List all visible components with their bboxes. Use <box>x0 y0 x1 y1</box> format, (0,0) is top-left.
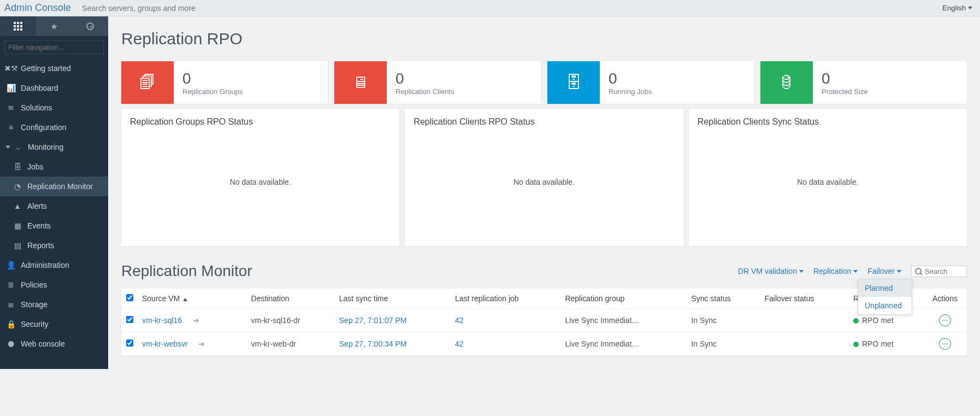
gauge-icon: ◔ <box>13 182 22 191</box>
db-shield-icon: 🛢 <box>760 61 813 104</box>
dr-vm-validation-link[interactable]: DR VM validation <box>738 267 804 276</box>
failover-option-planned[interactable]: Planned <box>858 279 912 297</box>
row-actions-button[interactable]: ⋯ <box>939 314 951 326</box>
status-dot-icon <box>853 342 859 347</box>
star-icon: ★ <box>50 21 58 32</box>
brand-title: Admin Console <box>0 1 76 15</box>
col-last-replication-job[interactable]: Last replication job <box>451 289 560 309</box>
nav-filter-input[interactable] <box>4 40 104 54</box>
calendar-icon: ▦ <box>13 221 22 230</box>
global-search[interactable] <box>76 2 935 15</box>
row-actions-button[interactable]: ⋯ <box>939 338 951 350</box>
sidebar-item-getting-started[interactable]: ✖⚒Getting started <box>0 58 108 78</box>
page-title: Replication RPO <box>121 30 967 48</box>
stat-card-protected-size[interactable]: 🛢0Protected Size <box>760 61 967 104</box>
status-dot-icon <box>853 318 859 324</box>
replication-link[interactable]: Replication <box>813 267 858 276</box>
col-last-sync-time[interactable]: Last sync time <box>335 289 451 309</box>
select-all-header[interactable] <box>121 289 138 309</box>
col-actions[interactable]: Actions <box>923 289 967 309</box>
sidebar-item-storage[interactable]: ≣Storage <box>0 295 108 314</box>
language-selector[interactable]: English <box>935 4 980 12</box>
sidebar-item-label: Storage <box>21 300 48 309</box>
panel-title: Replication Clients Sync Status <box>698 117 958 127</box>
sidebar-item-replication-monitor[interactable]: ◔Replication Monitor <box>0 177 108 196</box>
stat-card-running-jobs[interactable]: 🗄0Running Jobs <box>547 61 754 104</box>
failover-option-unplanned[interactable]: Unplanned <box>858 297 912 314</box>
dr-vm-label: DR VM validation <box>738 267 797 276</box>
col-failover-status[interactable]: Failover status <box>760 289 849 309</box>
language-label: English <box>942 4 966 12</box>
select-all-checkbox[interactable] <box>126 294 133 301</box>
monitor-search-input[interactable] <box>925 267 963 276</box>
grid-icon <box>14 22 22 31</box>
monitor-search[interactable] <box>911 266 967 277</box>
sidebar-item-events[interactable]: ▦Events <box>0 216 108 236</box>
caret-down-icon <box>968 7 972 9</box>
sidebar-item-reports[interactable]: ▤Reports <box>0 236 108 255</box>
sidebar-item-jobs[interactable]: 🗄Jobs <box>0 157 108 177</box>
sidebar-item-security[interactable]: 🔒Security <box>0 314 108 334</box>
last-sync-link[interactable]: Sep 27, 7:01:07 PM <box>339 316 407 325</box>
source-vm-link[interactable]: vm-kr-sql16 <box>142 316 182 325</box>
nav-filter[interactable] <box>0 36 108 58</box>
sidebar-item-label: Configuration <box>21 123 66 132</box>
col-replication-group[interactable]: Replication group <box>560 289 687 309</box>
sidebar-item-monitoring[interactable]: ⌵Monitoring <box>0 137 108 157</box>
chevron-down-icon <box>6 146 10 149</box>
panel-body: No data available. <box>698 131 958 233</box>
admin-icon: 👤 <box>7 261 15 269</box>
sidebar-item-alerts[interactable]: ▲Alerts <box>0 196 108 216</box>
row-checkbox[interactable] <box>126 339 133 347</box>
replication-group-cell: Live Sync Immediat… <box>560 309 687 332</box>
sliders-icon: ≡ <box>7 123 15 132</box>
stat-value: 0 <box>609 70 652 87</box>
sidebar-tabs: ★ <box>0 16 108 36</box>
alert-icon: ▲ <box>13 202 22 210</box>
sync-status-cell: In Sync <box>687 332 760 356</box>
last-job-link[interactable]: 42 <box>455 316 464 325</box>
sidebar-item-administration[interactable]: 👤Administration <box>0 255 108 275</box>
monitor-table: Source VMDestinationLast sync timeLast r… <box>121 289 967 356</box>
panel-body: No data available. <box>130 131 391 233</box>
sidebar-tab-favorites[interactable]: ★ <box>36 16 72 36</box>
stat-value: 0 <box>182 70 243 87</box>
sidebar-item-dashboard[interactable]: 📊Dashboard <box>0 78 108 98</box>
source-vm-link[interactable]: vm-kr-websvr <box>142 339 188 348</box>
col-source-vm[interactable]: Source VM <box>138 289 247 309</box>
col-destination[interactable]: Destination <box>247 289 335 309</box>
nav-list: ✖⚒Getting started📊Dashboard≋Solutions≡Co… <box>0 58 108 354</box>
failover-link[interactable]: Failover <box>867 267 901 276</box>
failover-status-cell <box>760 309 849 332</box>
sidebar-item-label: Administration <box>21 261 69 269</box>
sidebar-item-solutions[interactable]: ≋Solutions <box>0 98 108 118</box>
stat-label: Protected Size <box>822 87 868 96</box>
sidebar-tab-apps[interactable] <box>0 16 36 36</box>
panel-replication-clients-rpo-status: Replication Clients RPO StatusNo data av… <box>405 109 683 246</box>
stat-card-replication-groups[interactable]: 🗐0Replication Groups <box>121 61 328 104</box>
clock-icon <box>86 22 94 30</box>
sidebar-item-web-console[interactable]: ⬣Web console <box>0 334 108 354</box>
arrow-right-icon: ➔ <box>197 339 205 348</box>
sort-asc-icon <box>183 298 187 301</box>
caret-down-icon <box>799 270 804 273</box>
failover-status-cell <box>760 332 849 356</box>
lock-icon: 🔒 <box>7 320 15 329</box>
panel-replication-groups-rpo-status: Replication Groups RPO StatusNo data ava… <box>121 109 399 246</box>
stat-card-replication-clients[interactable]: 🖥0Replication Clients <box>334 61 541 104</box>
last-sync-link[interactable]: Sep 27, 7:00:34 PM <box>339 339 407 348</box>
global-search-input[interactable] <box>82 2 935 15</box>
sidebar-tab-recent[interactable] <box>72 16 108 36</box>
caret-down-icon <box>897 270 901 273</box>
sidebar-item-label: Replication Monitor <box>27 182 93 191</box>
sidebar-item-policies[interactable]: 🗎Policies <box>0 275 108 295</box>
monitor-header: Replication Monitor DR VM validation Rep… <box>121 262 967 280</box>
sidebar-item-label: Jobs <box>27 162 44 171</box>
sidebar-item-label: Events <box>27 221 51 230</box>
caret-down-icon <box>853 270 858 273</box>
col-sync-status[interactable]: Sync status <box>687 289 760 309</box>
row-checkbox[interactable] <box>126 316 133 323</box>
stat-value: 0 <box>395 70 454 87</box>
last-job-link[interactable]: 42 <box>455 339 464 348</box>
sidebar-item-configuration[interactable]: ≡Configuration <box>0 118 108 137</box>
